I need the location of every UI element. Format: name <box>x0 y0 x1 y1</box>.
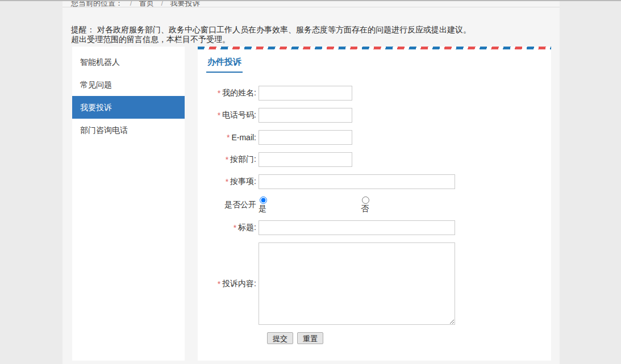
sidebar: 智能机器人 常见问题 我要投诉 部门咨询电话 <box>72 47 185 361</box>
sidebar-item-faq[interactable]: 常见问题 <box>72 73 185 96</box>
required-marker: * <box>218 111 220 120</box>
field-label-phone: * 电话号码: <box>206 110 256 120</box>
form-row-title: * 标题: <box>206 220 551 235</box>
required-marker: * <box>218 279 220 288</box>
required-marker: * <box>226 177 228 186</box>
public-option-yes[interactable]: 是 <box>259 196 361 213</box>
breadcrumb: 您当前的位置： / 首页 / 我要投诉 <box>62 1 560 7</box>
sidebar-item-phone-directory[interactable]: 部门咨询电话 <box>72 119 185 141</box>
public-radio-group: 是 否 <box>259 196 463 213</box>
form-row-department: * 按部门: <box>206 152 551 167</box>
public-option-no[interactable]: 否 <box>361 196 463 213</box>
complaint-form: * 我的姓名: * 电话号码: * E-mail: <box>206 86 551 344</box>
field-label-content: * 投诉内容: <box>206 279 256 289</box>
breadcrumb-prefix: 您当前的位置： <box>71 1 123 7</box>
airmail-dashed-border <box>198 47 551 49</box>
complaint-panel: 办件投诉 * 我的姓名: * 电话号码: <box>198 47 551 361</box>
form-row-public: 是否公开 是 否 <box>206 196 551 213</box>
complaint-content-textarea[interactable] <box>259 242 455 325</box>
public-yes-radio[interactable] <box>260 196 267 204</box>
form-row-email: * E-mail: <box>206 130 551 145</box>
notice-line-2: 超出受理范围的留言信息，本栏目不予受理。 <box>71 35 560 44</box>
form-row-content: * 投诉内容: <box>206 242 551 325</box>
matter-input[interactable] <box>259 174 455 189</box>
name-input[interactable] <box>259 86 352 101</box>
field-label-matter: * 按事项: <box>206 177 256 187</box>
field-label-public: 是否公开 <box>206 200 256 210</box>
field-label-title: * 标题: <box>206 223 256 233</box>
field-label-email: * E-mail: <box>206 133 256 142</box>
field-label-department: * 按部门: <box>206 154 256 165</box>
breadcrumb-link-current[interactable]: 我要投诉 <box>170 1 200 7</box>
form-row-phone: * 电话号码: <box>206 108 551 123</box>
breadcrumb-link-home[interactable]: 首页 <box>139 1 154 7</box>
email-input[interactable] <box>259 130 352 145</box>
form-buttons: 提交 重置 <box>267 332 551 344</box>
phone-input[interactable] <box>259 108 352 123</box>
required-marker: * <box>226 155 228 164</box>
title-input[interactable] <box>259 220 455 235</box>
sidebar-item-complaint[interactable]: 我要投诉 <box>72 96 185 119</box>
form-row-name: * 我的姓名: <box>206 86 551 101</box>
content-column: 您当前的位置： / 首页 / 我要投诉 提醒： 对各政府服务部门、政务中心窗口工… <box>62 1 560 364</box>
notice-line-1: 提醒： 对各政府服务部门、政务中心窗口工作人员在办事效率、服务态度等方面存在的问… <box>71 25 560 35</box>
required-marker: * <box>227 133 230 142</box>
public-no-radio[interactable] <box>362 196 369 204</box>
reset-button[interactable]: 重置 <box>297 332 323 344</box>
required-marker: * <box>218 89 220 98</box>
submit-button[interactable]: 提交 <box>267 332 293 344</box>
department-input[interactable] <box>259 152 352 167</box>
breadcrumb-separator: / <box>130 1 132 7</box>
sidebar-item-robot[interactable]: 智能机器人 <box>72 51 185 73</box>
field-label-name: * 我的姓名: <box>206 88 256 98</box>
form-row-matter: * 按事项: <box>206 174 551 189</box>
notice-text: 提醒： 对各政府服务部门、政务中心窗口工作人员在办事效率、服务态度等方面存在的问… <box>71 25 560 44</box>
panel-title: 办件投诉 <box>206 57 243 73</box>
required-marker: * <box>234 223 236 232</box>
breadcrumb-separator: / <box>161 1 164 7</box>
